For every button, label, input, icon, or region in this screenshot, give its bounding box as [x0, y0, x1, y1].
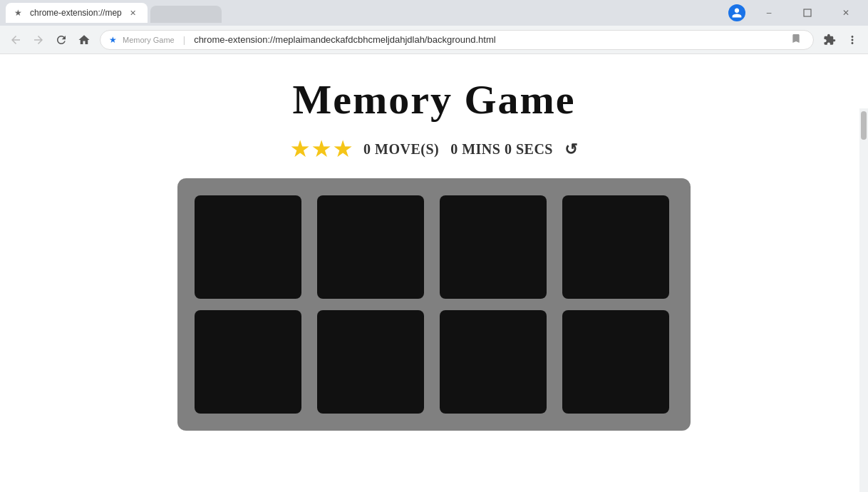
- star-2: ★: [312, 138, 331, 161]
- star-1: ★: [291, 138, 309, 161]
- star-3: ★: [334, 138, 352, 161]
- omnibox-url: chrome-extension://meplaimandeckafdcbhcm…: [194, 34, 782, 45]
- back-button[interactable]: [6, 30, 26, 50]
- card-6[interactable]: [317, 310, 424, 414]
- home-button[interactable]: [74, 30, 94, 50]
- tab-label: chrome-extension://mep: [30, 8, 122, 18]
- omnibox-separator: |: [183, 34, 185, 45]
- maximize-button[interactable]: [791, 1, 824, 24]
- user-avatar-button[interactable]: [727, 3, 747, 23]
- browser-frame: ★ chrome-extension://mep ✕ –: [0, 0, 868, 492]
- omnibox-breadcrumb-label: Memory Game: [123, 36, 175, 44]
- menu-button[interactable]: [842, 30, 862, 50]
- close-button[interactable]: ✕: [830, 1, 862, 24]
- tab-active[interactable]: ★ chrome-extension://mep ✕: [6, 3, 148, 23]
- stats-bar: ★ ★ ★ 0 Move(s) 0 Mins 0 Secs ↺: [291, 138, 577, 161]
- minimize-button[interactable]: –: [753, 1, 785, 24]
- extensions-icon[interactable]: [820, 30, 839, 50]
- game-board: [177, 178, 691, 431]
- game-title: Memory Game: [292, 76, 575, 123]
- card-3[interactable]: [440, 195, 547, 299]
- card-7[interactable]: [440, 310, 547, 414]
- title-bar: ★ chrome-extension://mep ✕ –: [0, 0, 868, 26]
- stars-container: ★ ★ ★: [291, 138, 352, 161]
- card-1[interactable]: [195, 195, 301, 299]
- tab-close-button[interactable]: ✕: [128, 7, 139, 19]
- moves-counter: 0 Move(s): [363, 141, 439, 158]
- tab-bar: ★ chrome-extension://mep ✕: [6, 3, 724, 23]
- time-counter: 0 Mins 0 Secs: [450, 141, 553, 158]
- window-controls: – ✕: [727, 1, 862, 24]
- tab-inactive[interactable]: [150, 6, 222, 23]
- user-avatar: [728, 4, 745, 21]
- bookmark-icon[interactable]: [787, 31, 805, 48]
- svg-rect-0: [804, 9, 811, 16]
- page-content: Memory Game ★ ★ ★ 0 Move(s) 0 Mins 0 Sec…: [0, 54, 868, 492]
- card-8[interactable]: [562, 310, 669, 414]
- scrollbar-thumb[interactable]: [861, 111, 867, 140]
- restart-button[interactable]: ↺: [564, 140, 577, 159]
- forward-button[interactable]: [29, 30, 48, 50]
- omnibox-favicon-icon: ★: [109, 35, 117, 45]
- reload-button[interactable]: [51, 30, 71, 50]
- card-4[interactable]: [562, 195, 669, 299]
- scrollbar[interactable]: [859, 108, 868, 492]
- tab-favicon-icon: ★: [14, 8, 24, 18]
- card-5[interactable]: [195, 310, 301, 414]
- nav-bar: ★ Memory Game | chrome-extension://mepla…: [0, 26, 868, 54]
- card-2[interactable]: [317, 195, 424, 299]
- omnibox[interactable]: ★ Memory Game | chrome-extension://mepla…: [100, 30, 814, 50]
- cards-grid: [195, 195, 673, 414]
